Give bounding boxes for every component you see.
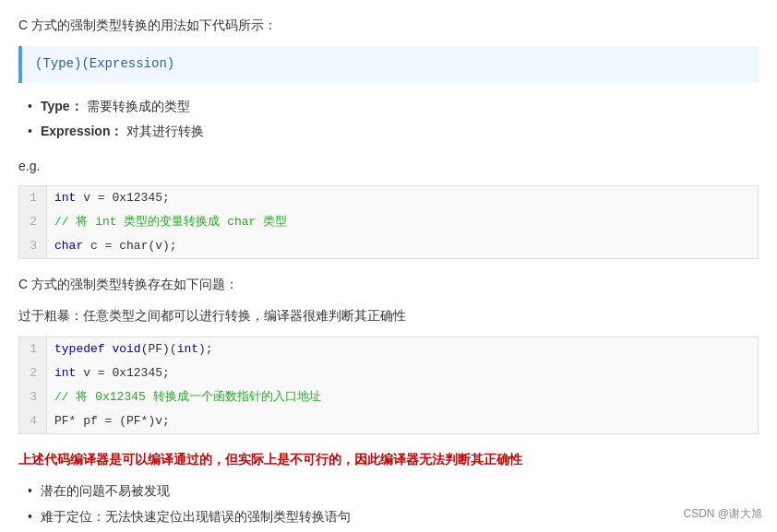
type-expression-list: Type： 需要转换成的类型 Expression： 对其进行转换	[28, 96, 759, 144]
more-issues-list: 潜在的问题不易被发现 难于定位：无法快速定位出现错误的强制类型转换语句	[28, 480, 759, 528]
code2-line-1: 1 typedef void(PF)(int);	[19, 337, 758, 361]
intro-title: C 方式的强制类型转换的用法如下代码所示：	[18, 15, 759, 37]
line2-num-2: 2	[19, 361, 47, 385]
code-line-2: 2 // 将 int 类型的变量转换成 char 类型	[19, 210, 758, 234]
line2-num-4: 4	[19, 409, 47, 433]
line2-num-3: 3	[19, 385, 47, 409]
type-label: Type：	[41, 99, 83, 113]
code-example-2: 1 typedef void(PF)(int); 2 int v = 0x123…	[18, 337, 759, 434]
list-item-locate: 难于定位：无法快速定位出现错误的强制类型转换语句	[28, 506, 759, 528]
problem1-title: 过于粗暴：任意类型之间都可以进行转换，编译器很难判断其正确性	[18, 305, 759, 327]
list-item-hidden: 潜在的问题不易被发现	[28, 480, 759, 502]
line2-num-1: 1	[19, 337, 47, 361]
code2-line-3: 3 // 将 0x12345 转换成一个函数指针的入口地址	[19, 385, 758, 409]
code-line-3: 3 char c = char(v);	[19, 234, 758, 258]
line2-content-1: typedef void(PF)(int);	[47, 337, 221, 361]
problem-section-title: C 方式的强制类型转换存在如下问题：	[18, 274, 759, 296]
hidden-text: 潜在的问题不易被发现	[41, 483, 170, 498]
line2-content-4: PF* pf = (PF*)v;	[47, 409, 177, 433]
locate-text: 难于定位：无法快速定位出现错误的强制类型转换语句	[41, 509, 351, 524]
line-content-2: // 将 int 类型的变量转换成 char 类型	[47, 210, 294, 234]
line-num-1: 1	[19, 186, 47, 210]
code2-line-4: 4 PF* pf = (PF*)v;	[19, 409, 758, 433]
expression-label: Expression：	[41, 124, 123, 138]
eg-label: e.g.	[18, 156, 759, 178]
expression-text: 对其进行转换	[126, 124, 204, 138]
line-num-2: 2	[19, 210, 47, 234]
line-num-3: 3	[19, 234, 47, 258]
syntax-block: (Type)(Expression)	[18, 46, 759, 83]
syntax-text: (Type)(Expression)	[35, 56, 174, 71]
code2-line-2: 2 int v = 0x12345;	[19, 361, 758, 385]
summary-text: 上述代码编译器是可以编译通过的，但实际上是不可行的，因此编译器无法判断其正确性	[18, 449, 759, 471]
line2-content-3: // 将 0x12345 转换成一个函数指针的入口地址	[47, 385, 329, 409]
line-content-1: int v = 0x12345;	[47, 186, 177, 210]
code-line-1: 1 int v = 0x12345;	[19, 186, 758, 210]
list-item-expression: Expression： 对其进行转换	[28, 121, 759, 143]
watermark: CSDN @谢大旭	[683, 504, 762, 523]
type-text: 需要转换成的类型	[87, 99, 190, 113]
line-content-3: char c = char(v);	[47, 234, 185, 258]
line2-content-2: int v = 0x12345;	[47, 361, 177, 385]
code-example-1: 1 int v = 0x12345; 2 // 将 int 类型的变量转换成 c…	[18, 185, 759, 259]
list-item-type: Type： 需要转换成的类型	[28, 96, 759, 118]
